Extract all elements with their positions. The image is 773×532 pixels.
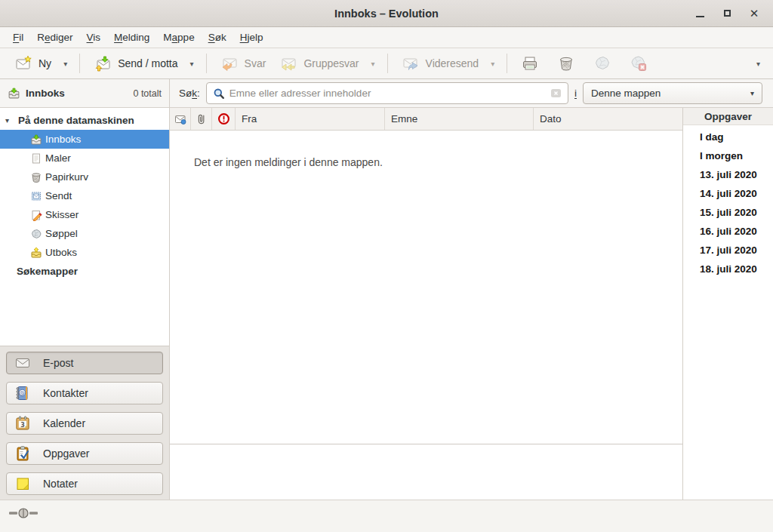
task-item-date[interactable]: 14. juli 2020 xyxy=(683,184,773,203)
folder-label: Maler xyxy=(45,152,71,164)
minimize-icon xyxy=(696,16,704,17)
close-icon: ✕ xyxy=(750,8,759,19)
message-list: Fra Emne Dato Det er ingen meldinger i d… xyxy=(170,108,682,500)
forward-button[interactable]: Videresend xyxy=(395,51,486,76)
chevron-down-icon: ▾ xyxy=(756,60,760,68)
calendar-icon: 3 xyxy=(14,415,31,432)
send-receive-label: Send / motta xyxy=(118,57,177,69)
menu-fil[interactable]: Fil xyxy=(6,29,30,46)
sidebar: Innboks 0 totalt ▾ På denne datamaskinen… xyxy=(0,79,170,500)
minimize-button[interactable] xyxy=(691,5,708,22)
task-item-tomorrow[interactable]: I morgen xyxy=(683,146,773,165)
chevron-down-icon: ▾ xyxy=(371,60,375,68)
switcher-memos-button[interactable]: Notater xyxy=(6,472,163,495)
priority-icon xyxy=(217,112,230,125)
folder-innboks[interactable]: Innboks xyxy=(0,130,169,149)
print-icon xyxy=(521,54,539,72)
window-title: Innboks – Evolution xyxy=(0,8,773,20)
reply-all-dropdown[interactable]: ▾ xyxy=(366,56,380,72)
task-item-date[interactable]: 18. juli 2020 xyxy=(683,260,773,278)
junk-button[interactable] xyxy=(587,51,618,76)
switcher-calendar-button[interactable]: 3 Kalender xyxy=(6,412,163,435)
task-item-today[interactable]: I dag xyxy=(683,128,773,146)
send-receive-button[interactable]: Send / motta xyxy=(87,51,184,76)
folder-papirkurv[interactable]: Papirkurv xyxy=(0,168,169,186)
tree-root-label: På denne datamaskinen xyxy=(18,115,134,126)
not-junk-icon xyxy=(630,54,648,72)
folder-soppel[interactable]: Søppel xyxy=(0,224,169,243)
forward-dropdown[interactable]: ▾ xyxy=(485,56,500,72)
print-button[interactable] xyxy=(514,51,546,76)
reply-all-button[interactable]: Gruppesvar xyxy=(273,51,365,76)
task-item-date[interactable]: 17. juli 2020 xyxy=(683,241,773,260)
preview-pane xyxy=(170,444,682,500)
menu-mappe[interactable]: Mappe xyxy=(156,29,201,46)
toolbar-overflow-button[interactable]: ▾ xyxy=(751,56,765,72)
main-lower: Fra Emne Dato Det er ingen meldinger i d… xyxy=(170,108,773,500)
tree-root-this-computer[interactable]: ▾ På denne datamaskinen xyxy=(0,111,169,130)
toolbar-separator xyxy=(387,54,388,73)
message-list-header: Fra Emne Dato xyxy=(170,108,682,131)
online-status-icon[interactable] xyxy=(9,508,38,518)
expander-icon[interactable]: ▾ xyxy=(5,116,13,125)
drafts-icon xyxy=(30,209,42,221)
trash-icon xyxy=(557,54,575,72)
menu-melding[interactable]: Melding xyxy=(107,29,156,46)
folder-maler[interactable]: Maler xyxy=(0,149,169,168)
menu-sok[interactable]: Søk xyxy=(202,29,233,46)
column-status[interactable] xyxy=(170,108,191,130)
clear-search-icon[interactable] xyxy=(550,88,562,99)
folder-sendt[interactable]: Sendt xyxy=(0,186,169,205)
switcher-tasks-button[interactable]: Oppgaver xyxy=(6,442,163,465)
menu-hjelp[interactable]: Hjelp xyxy=(233,29,270,46)
menu-vis[interactable]: Vis xyxy=(80,29,108,46)
new-message-button[interactable]: Ny xyxy=(8,51,58,76)
switcher-contacts-button[interactable]: @ Kontakter xyxy=(6,382,163,404)
switcher-label: Kontakter xyxy=(43,387,88,399)
column-date[interactable]: Dato xyxy=(534,108,682,130)
folder-label: Sendt xyxy=(45,190,72,201)
send-receive-dropdown[interactable]: ▾ xyxy=(185,56,199,72)
toolbar-separator xyxy=(79,54,80,73)
column-subject[interactable]: Emne xyxy=(385,108,534,130)
search-input[interactable] xyxy=(229,88,546,99)
forward-label: Videresend xyxy=(426,57,479,69)
column-attachment[interactable] xyxy=(191,108,212,130)
toolbar-right-group xyxy=(514,51,654,76)
outbox-icon xyxy=(30,247,42,259)
search-folders-label: Søkemapper xyxy=(17,266,78,277)
task-item-date[interactable]: 15. juli 2020 xyxy=(683,203,773,222)
delete-button[interactable] xyxy=(550,51,582,76)
switcher-label: E-post xyxy=(43,357,73,369)
switcher-mail-button[interactable]: E-post xyxy=(6,352,163,374)
inbox-icon xyxy=(30,134,42,146)
current-folder-name: Innboks xyxy=(26,88,65,99)
folder-label: Innboks xyxy=(45,134,81,145)
column-priority[interactable] xyxy=(212,108,236,130)
menu-rediger[interactable]: Rediger xyxy=(30,29,79,46)
main-area: Søk: i Denne mappen ▾ xyxy=(170,79,773,500)
junk-icon xyxy=(593,54,611,72)
column-from[interactable]: Fra xyxy=(236,108,385,130)
search-entry[interactable] xyxy=(206,82,568,104)
new-message-dropdown[interactable]: ▾ xyxy=(58,56,72,72)
new-message-icon xyxy=(14,54,32,72)
send-receive-icon xyxy=(94,54,112,72)
tree-root-search-folders[interactable]: Søkemapper xyxy=(0,262,169,281)
search-scope-combo[interactable]: Denne mappen ▾ xyxy=(583,82,762,104)
task-item-date[interactable]: 16. juli 2020 xyxy=(683,222,773,241)
maximize-icon xyxy=(724,10,731,17)
maximize-button[interactable] xyxy=(719,5,735,22)
close-button[interactable]: ✕ xyxy=(746,5,762,22)
search-label: Søk: xyxy=(179,88,200,99)
folder-skisser[interactable]: Skisser xyxy=(0,205,169,224)
mail-icon xyxy=(14,355,31,371)
not-junk-button[interactable] xyxy=(623,51,654,76)
window-controls: ✕ xyxy=(691,5,773,22)
folder-utboks[interactable]: Utboks xyxy=(0,243,169,262)
task-pane-header[interactable]: Oppgaver xyxy=(683,108,773,125)
component-switcher: E-post @ Kontakter 3 Kalender Oppgaver N… xyxy=(0,346,169,500)
task-item-date[interactable]: 13. juli 2020 xyxy=(683,165,773,184)
reply-button[interactable]: Svar xyxy=(214,51,273,76)
reply-icon xyxy=(220,54,239,72)
